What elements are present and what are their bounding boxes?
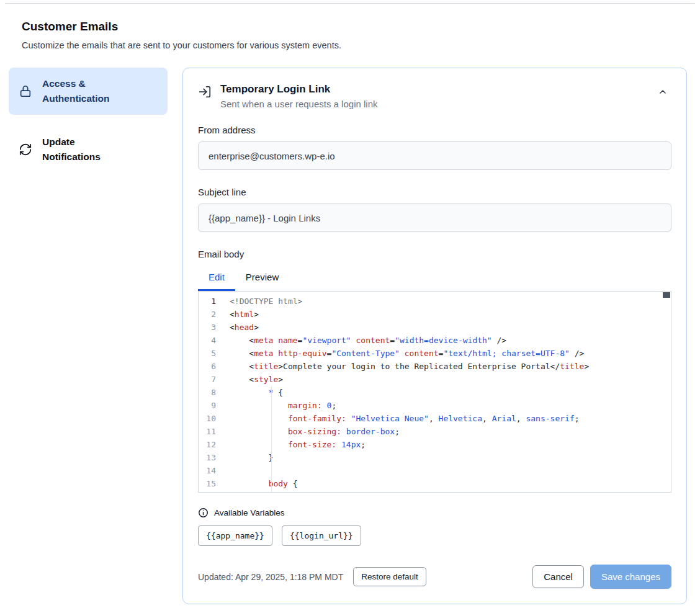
editor-scrollbar-thumb[interactable]: [663, 292, 670, 298]
code-line: 5 <meta http-equiv="Content-Type" conten…: [199, 347, 671, 360]
refresh-icon: [19, 143, 32, 156]
sidebar: Access & Authentication Update Notificat…: [9, 68, 168, 173]
updated-timestamp: Updated: Apr 29, 2025, 1:18 PM MDT: [198, 572, 343, 582]
top-divider: [5, 3, 695, 4]
cancel-button[interactable]: Cancel: [532, 565, 584, 588]
sidebar-item-label: Access & Authentication: [42, 76, 135, 106]
code-line: 16 background-color: #f8f8f8;: [199, 490, 671, 493]
collapse-button[interactable]: [654, 83, 671, 102]
sidebar-item-label: Update Notifications: [42, 135, 135, 164]
subject-line-input[interactable]: [198, 203, 671, 232]
tab-edit[interactable]: Edit: [198, 267, 235, 291]
page-title: Customer Emails: [22, 20, 678, 34]
email-body-label: Email body: [198, 248, 671, 261]
card-header-titles: Temporary Login Link Sent when a user re…: [220, 83, 377, 109]
available-variables-label: Available Variables: [214, 508, 285, 517]
code-line: 4 <meta name="viewport" content="width=d…: [199, 334, 671, 347]
variable-chip-login-url[interactable]: {{login_url}}: [282, 525, 361, 546]
tab-preview[interactable]: Preview: [235, 267, 289, 291]
email-template-card: Temporary Login Link Sent when a user re…: [182, 68, 687, 604]
available-variables-row: Available Variables: [198, 507, 671, 518]
lock-icon: [19, 84, 32, 98]
code-line: 6 <title>Complete your login to the Repl…: [199, 360, 671, 373]
sidebar-item-access-authentication[interactable]: Access & Authentication: [9, 68, 168, 115]
card-title: Temporary Login Link: [220, 83, 377, 96]
code-line: 1<!DOCTYPE html>: [199, 295, 671, 308]
card-footer: Updated: Apr 29, 2025, 1:18 PM MDT Resto…: [198, 565, 671, 589]
code-editor[interactable]: 1<!DOCTYPE html>2<html>3<head>4 <meta na…: [198, 291, 671, 493]
code-line: 14: [199, 464, 671, 477]
code-line: 7 <style>: [199, 373, 671, 386]
page-subtitle: Customize the emails that are sent to yo…: [22, 40, 678, 50]
info-icon: [198, 507, 209, 518]
card-subtitle: Sent when a user requests a login link: [220, 99, 377, 109]
variable-chips: {{app_name}} {{login_url}}: [198, 525, 671, 546]
code-editor-lines: 1<!DOCTYPE html>2<html>3<head>4 <meta na…: [199, 292, 671, 493]
code-line: 10 font-family: "Helvetica Neue", Helvet…: [199, 412, 671, 425]
code-line: 12 font-size: 14px;: [199, 438, 671, 451]
save-changes-button[interactable]: Save changes: [590, 565, 671, 589]
variable-chip-app-name[interactable]: {{app_name}}: [198, 525, 272, 546]
code-line: 15 body {: [199, 477, 671, 490]
card-header: Temporary Login Link Sent when a user re…: [198, 83, 671, 109]
restore-default-button[interactable]: Restore default: [353, 567, 426, 586]
code-line: 9 margin: 0;: [199, 399, 671, 412]
indent-guide: [271, 386, 272, 492]
sidebar-item-update-notifications[interactable]: Update Notifications: [9, 126, 168, 173]
login-icon: [198, 85, 212, 99]
chevron-up-icon: [658, 89, 668, 99]
page-header: Customer Emails Customize the emails tha…: [22, 20, 678, 50]
code-line: 3<head>: [199, 321, 671, 334]
editor-tabs: Edit Preview: [198, 267, 671, 291]
from-address-input[interactable]: [198, 141, 671, 170]
subject-line-label: Subject line: [198, 186, 671, 199]
code-line: 8 * {: [199, 386, 671, 399]
main-layout: Access & Authentication Update Notificat…: [9, 68, 687, 604]
code-line: 11 box-sizing: border-box;: [199, 425, 671, 438]
from-address-label: From address: [198, 124, 671, 136]
code-line: 13 }: [199, 451, 671, 464]
code-line: 2<html>: [199, 308, 671, 321]
